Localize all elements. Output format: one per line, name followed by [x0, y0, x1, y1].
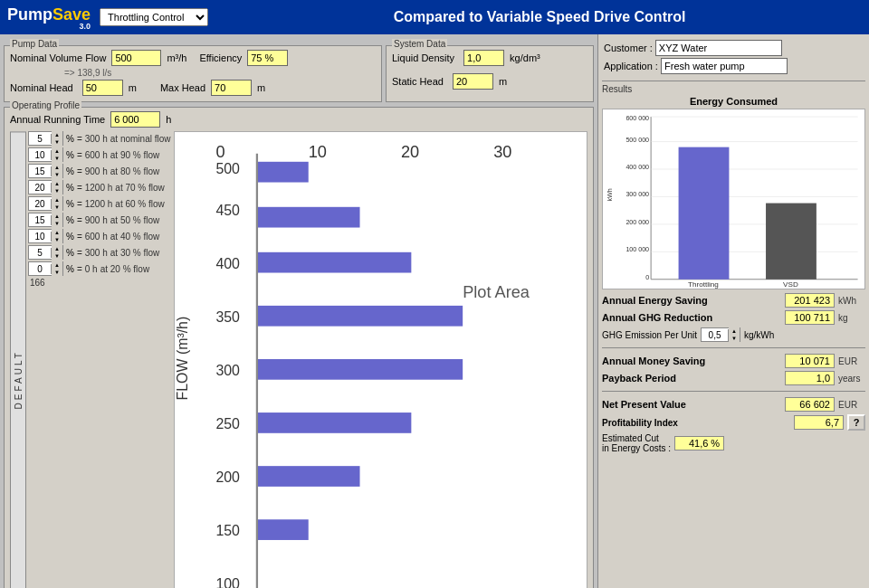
desc-4: at 70 % flow: [115, 183, 164, 193]
svg-text:500: 500: [216, 161, 241, 176]
desc-9: at 20 % flow: [100, 264, 149, 274]
spinner-btns-2[interactable]: ▲ ▼: [52, 147, 62, 162]
desc-3: at 80 % flow: [110, 166, 159, 176]
spinner-up-8[interactable]: ▲: [52, 245, 62, 252]
annual-energy-label: Annual Energy Saving: [602, 295, 781, 306]
spinner-down-5[interactable]: ▼: [52, 204, 62, 211]
spinner-btns-5[interactable]: ▲ ▼: [52, 196, 62, 211]
throttle-dropdown[interactable]: Throttling Control VSD Control: [100, 8, 208, 26]
spinner-btns-1[interactable]: ▲ ▼: [52, 131, 62, 146]
logo-save: Save: [53, 5, 91, 24]
default-col: DEFAULT: [10, 131, 26, 588]
ghg-spinner-val: 0,5: [702, 329, 729, 341]
spinner-btns-9[interactable]: ▲ ▼: [52, 261, 62, 276]
spinner-down-9[interactable]: ▼: [52, 269, 62, 276]
question-button[interactable]: ?: [847, 414, 865, 431]
spinner-btns-4[interactable]: ▲ ▼: [52, 180, 62, 194]
pct-8: %: [66, 248, 74, 258]
nominal-flow-input[interactable]: [111, 50, 161, 66]
spinner-up-2[interactable]: ▲: [52, 147, 62, 155]
spinner-down-3[interactable]: ▼: [52, 171, 62, 178]
bar-5: [257, 359, 463, 380]
hours-2: 600 h: [85, 150, 108, 160]
pct-5: %: [66, 199, 74, 209]
svg-text:300 000: 300 000: [625, 191, 649, 198]
customer-input[interactable]: [655, 40, 782, 56]
spinner-up-4[interactable]: ▲: [52, 180, 62, 187]
pump-data-row2: Nominal Head m Max Head m: [10, 80, 376, 96]
customer-row: Customer :: [604, 40, 864, 56]
ghg-down-btn[interactable]: ▼: [729, 335, 740, 342]
system-data-label: System Data: [392, 39, 447, 49]
annual-ghg-unit: kg: [838, 313, 865, 323]
spinner-btns-3[interactable]: ▲ ▼: [52, 164, 62, 178]
hours-4: 1200 h: [85, 183, 113, 193]
logo-version: 3.0: [7, 23, 91, 31]
spinner-btns-7[interactable]: ▲ ▼: [52, 229, 62, 243]
spinner-val-2: 10: [29, 150, 52, 160]
spinner-9[interactable]: 0 ▲ ▼: [28, 261, 63, 276]
spinner-btns-6[interactable]: ▲ ▼: [52, 213, 62, 227]
application-label: Application :: [604, 61, 658, 71]
spinner-4[interactable]: 20 ▲ ▼: [28, 180, 63, 194]
liquid-density-row: Liquid Density kg/dm³: [392, 50, 587, 66]
bar-2: [257, 207, 360, 228]
eq-8: =: [77, 248, 82, 258]
svg-text:400: 400: [216, 256, 241, 271]
annual-ghg-value: 100 711: [785, 310, 835, 325]
bar-3: [257, 252, 411, 273]
annual-running-input[interactable]: [110, 111, 160, 128]
spinner-6[interactable]: 15 ▲ ▼: [28, 213, 63, 227]
annual-energy-row: Annual Energy Saving 201 423 kWh: [602, 293, 865, 308]
ghg-up-btn[interactable]: ▲: [729, 327, 740, 335]
pct-6: %: [66, 215, 74, 225]
header: PumpSave 3.0 Throttling Control VSD Cont…: [0, 0, 869, 34]
static-head-input[interactable]: [453, 73, 493, 90]
nominal-head-label: Nominal Head: [10, 82, 73, 93]
ghg-emission-unit: kg/kWh: [744, 330, 774, 340]
annual-energy-unit: kWh: [838, 296, 865, 306]
spinner-1[interactable]: 5 ▲ ▼: [28, 131, 63, 146]
energy-chart-svg: 0 100 000 200 000 300 000 400 000 500 00…: [603, 109, 864, 289]
efficiency-input[interactable]: [247, 50, 288, 66]
spinner-up-9[interactable]: ▲: [52, 261, 62, 269]
spinner-down-7[interactable]: ▼: [52, 236, 62, 243]
spinner-down-6[interactable]: ▼: [52, 220, 62, 227]
estimated-cut-value: 41,6 %: [674, 436, 724, 450]
spinner-2[interactable]: 10 ▲ ▼: [28, 147, 63, 162]
spinner-up-5[interactable]: ▲: [52, 196, 62, 204]
spinner-up-7[interactable]: ▲: [52, 229, 62, 236]
logo: PumpSave 3.0: [7, 5, 91, 31]
npv-label: Net Present Value: [602, 399, 781, 410]
spinner-val-1: 5: [29, 134, 52, 144]
max-head-input[interactable]: [211, 80, 252, 96]
pct-3: %: [66, 166, 74, 176]
spinner-up-3[interactable]: ▲: [52, 164, 62, 171]
max-head-label: Max Head: [160, 82, 205, 93]
application-input[interactable]: [661, 58, 788, 74]
pct-4: %: [66, 183, 74, 193]
spinner-7[interactable]: 10 ▲ ▼: [28, 229, 63, 243]
spinner-val-7: 10: [29, 232, 52, 242]
flow-table: DEFAULT 5 ▲ ▼ % =: [10, 131, 170, 588]
spinner-down-1[interactable]: ▼: [52, 138, 62, 146]
ghg-spinner-btns[interactable]: ▲ ▼: [729, 327, 740, 342]
nominal-head-input[interactable]: [82, 80, 123, 96]
ghg-spinner[interactable]: 0,5 ▲ ▼: [701, 327, 740, 342]
desc-2: at 90 % flow: [110, 150, 159, 160]
spinner-down-4[interactable]: ▼: [52, 187, 62, 194]
spinner-up-1[interactable]: ▲: [52, 131, 62, 138]
throttle-select[interactable]: Throttling Control VSD Control: [100, 8, 208, 26]
total-label: 166: [30, 278, 170, 288]
spinner-5[interactable]: 20 ▲ ▼: [28, 196, 63, 211]
spinner-3[interactable]: 15 ▲ ▼: [28, 164, 63, 178]
spinner-btns-8[interactable]: ▲ ▼: [52, 245, 62, 260]
liquid-density-input[interactable]: [463, 50, 504, 66]
static-head-unit: m: [499, 76, 507, 87]
spinner-8[interactable]: 5 ▲ ▼: [28, 245, 63, 260]
spinner-down-8[interactable]: ▼: [52, 252, 62, 260]
flow-row-9: 0 ▲ ▼ % = 0 h at 20 % flow: [28, 261, 170, 276]
spinner-down-2[interactable]: ▼: [52, 155, 62, 162]
svg-text:350: 350: [216, 309, 241, 325]
spinner-up-6[interactable]: ▲: [52, 213, 62, 220]
